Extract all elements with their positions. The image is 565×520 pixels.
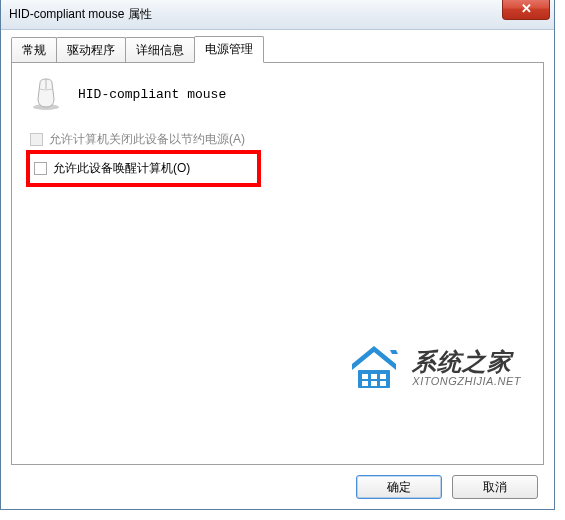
titlebar: HID-compliant mouse 属性 ✕ bbox=[1, 0, 554, 30]
checkbox-allow-power-off: 允许计算机关闭此设备以节约电源(A) bbox=[30, 129, 531, 150]
watermark-en: XITONGZHIJIA.NET bbox=[412, 375, 521, 387]
tab-power-label: 电源管理 bbox=[205, 42, 253, 56]
svg-rect-7 bbox=[371, 381, 377, 386]
tab-details-label: 详细信息 bbox=[136, 43, 184, 57]
window-title: HID-compliant mouse 属性 bbox=[9, 6, 152, 23]
svg-rect-5 bbox=[380, 374, 386, 379]
tab-driver[interactable]: 驱动程序 bbox=[56, 37, 126, 62]
highlight-box: 允许此设备唤醒计算机(O) bbox=[26, 150, 261, 187]
watermark-text: 系统之家 XITONGZHIJIA.NET bbox=[412, 349, 521, 387]
house-icon bbox=[344, 344, 404, 392]
device-header: HID-compliant mouse bbox=[28, 77, 531, 111]
tab-power[interactable]: 电源管理 bbox=[194, 36, 264, 63]
checkbox-allow-wake[interactable]: 允许此设备唤醒计算机(O) bbox=[34, 158, 253, 179]
svg-rect-4 bbox=[371, 374, 377, 379]
checkbox-allow-wake-box[interactable] bbox=[34, 162, 47, 175]
device-name: HID-compliant mouse bbox=[78, 87, 226, 102]
tab-general-label: 常规 bbox=[22, 43, 46, 57]
checkbox-allow-power-off-label: 允许计算机关闭此设备以节约电源(A) bbox=[49, 131, 245, 148]
dialog-buttons: 确定 取消 bbox=[11, 465, 544, 499]
tab-panel-power: HID-compliant mouse 允许计算机关闭此设备以节约电源(A) 允… bbox=[11, 62, 544, 465]
tab-strip: 常规 驱动程序 详细信息 电源管理 bbox=[11, 38, 544, 62]
svg-rect-6 bbox=[362, 381, 368, 386]
checkbox-allow-wake-label: 允许此设备唤醒计算机(O) bbox=[53, 160, 190, 177]
svg-rect-3 bbox=[362, 374, 368, 379]
ok-button[interactable]: 确定 bbox=[356, 475, 442, 499]
watermark: 系统之家 XITONGZHIJIA.NET bbox=[344, 344, 521, 392]
cancel-button[interactable]: 取消 bbox=[452, 475, 538, 499]
close-icon: ✕ bbox=[521, 1, 532, 16]
mouse-icon bbox=[28, 77, 64, 111]
close-button[interactable]: ✕ bbox=[502, 0, 550, 20]
tab-general[interactable]: 常规 bbox=[11, 37, 57, 62]
content-area: 常规 驱动程序 详细信息 电源管理 HID-compliant mouse 允许… bbox=[1, 30, 554, 509]
tab-driver-label: 驱动程序 bbox=[67, 43, 115, 57]
cancel-button-label: 取消 bbox=[483, 479, 507, 496]
checkbox-allow-power-off-box bbox=[30, 133, 43, 146]
svg-rect-8 bbox=[380, 381, 386, 386]
watermark-cn: 系统之家 bbox=[412, 349, 521, 375]
ok-button-label: 确定 bbox=[387, 479, 411, 496]
tab-details[interactable]: 详细信息 bbox=[125, 37, 195, 62]
properties-dialog: HID-compliant mouse 属性 ✕ 常规 驱动程序 详细信息 电源… bbox=[0, 0, 555, 510]
